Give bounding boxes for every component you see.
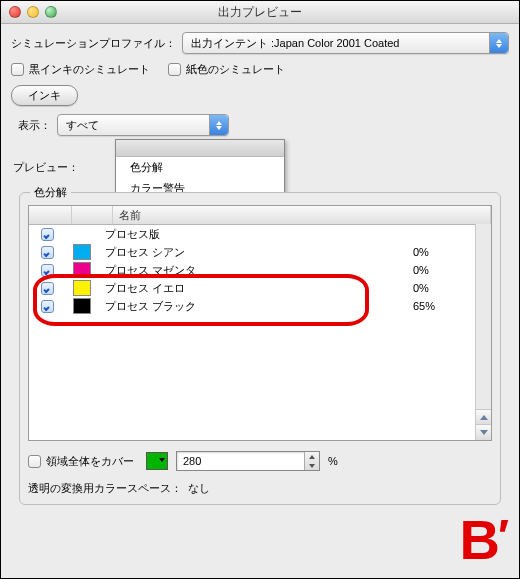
chevron-up-down-icon bbox=[209, 115, 228, 135]
plate-name: プロセス マゼンタ bbox=[99, 263, 413, 278]
transparency-value: なし bbox=[188, 482, 210, 494]
table-row[interactable]: プロセス シアン 0% bbox=[29, 243, 491, 261]
checkbox-icon bbox=[168, 63, 181, 76]
ink-button[interactable]: インキ bbox=[11, 85, 78, 106]
preview-label: プレビュー： bbox=[13, 160, 79, 175]
table-header: 名前 bbox=[29, 206, 491, 225]
menu-item-separation[interactable]: 色分解 bbox=[116, 157, 284, 178]
simulate-black-ink-checkbox[interactable]: 黒インキのシミュレート bbox=[11, 62, 150, 77]
minimize-icon[interactable] bbox=[27, 6, 39, 18]
total-coverage-label: 領域全体をカバー bbox=[46, 454, 134, 469]
plate-name: プロセス イエロ bbox=[99, 281, 413, 296]
titlebar: 出力プレビュー bbox=[1, 1, 519, 24]
simulate-black-label: 黒インキのシミュレート bbox=[29, 62, 150, 77]
coverage-value-field[interactable]: 280 bbox=[176, 451, 320, 471]
col-swatch bbox=[72, 206, 113, 224]
col-name: 名前 bbox=[113, 206, 491, 224]
table-row[interactable]: プロセス ブラック 65% bbox=[29, 297, 491, 315]
separation-group: 色分解 名前 プロセス版 プロセス シアン 0% bbox=[19, 192, 501, 505]
plate-name: プロセス シアン bbox=[99, 245, 413, 260]
output-preview-window: 出力プレビュー シミュレーションプロファイル： 出力インテント :Japan C… bbox=[0, 0, 520, 579]
transparency-label: 透明の変換用カラースペース： bbox=[28, 482, 182, 494]
table-row[interactable]: プロセス版 bbox=[29, 225, 491, 243]
scroll-up-icon[interactable] bbox=[476, 409, 491, 425]
check-icon[interactable] bbox=[41, 282, 54, 295]
window-title: 出力プレビュー bbox=[1, 4, 519, 21]
checkbox-icon bbox=[28, 455, 41, 468]
check-icon[interactable] bbox=[41, 264, 54, 277]
simulation-profile-value: 出力インテント :Japan Color 2001 Coated bbox=[191, 36, 399, 51]
coverage-color-swatch[interactable] bbox=[146, 452, 168, 470]
coverage-value: 280 bbox=[183, 455, 201, 467]
simulation-profile-select[interactable]: 出力インテント :Japan Color 2001 Coated bbox=[182, 32, 509, 54]
show-select[interactable]: すべて bbox=[57, 114, 229, 136]
plate-name: プロセス版 bbox=[99, 227, 413, 242]
menu-header bbox=[116, 140, 284, 157]
check-icon[interactable] bbox=[41, 228, 54, 241]
checkbox-icon bbox=[11, 63, 24, 76]
stepper-icon[interactable] bbox=[304, 452, 319, 470]
check-icon[interactable] bbox=[41, 246, 54, 259]
swatch-magenta bbox=[73, 262, 91, 278]
window-controls bbox=[1, 6, 57, 18]
swatch-yellow bbox=[73, 280, 91, 296]
simulation-profile-label: シミュレーションプロファイル： bbox=[11, 36, 176, 51]
col-checkbox bbox=[29, 206, 72, 224]
simulate-paper-checkbox[interactable]: 紙色のシミュレート bbox=[168, 62, 285, 77]
table-row[interactable]: プロセス イエロ 0% bbox=[29, 279, 491, 297]
check-icon[interactable] bbox=[41, 300, 54, 313]
plate-name: プロセス ブラック bbox=[99, 299, 413, 314]
preview-menu: 色分解 カラー警告 bbox=[115, 139, 285, 200]
total-coverage-checkbox[interactable]: 領域全体をカバー bbox=[28, 454, 134, 469]
swatch-black bbox=[73, 298, 91, 314]
coverage-unit: % bbox=[328, 455, 338, 467]
zoom-icon[interactable] bbox=[45, 6, 57, 18]
vertical-scrollbar[interactable] bbox=[475, 224, 491, 440]
scroll-down-icon[interactable] bbox=[476, 424, 491, 440]
separation-table: 名前 プロセス版 プロセス シアン 0% プロセス マゼ bbox=[28, 205, 492, 441]
show-label: 表示： bbox=[11, 118, 51, 133]
simulate-paper-label: 紙色のシミュレート bbox=[186, 62, 285, 77]
show-value: すべて bbox=[66, 118, 99, 133]
group-title: 色分解 bbox=[30, 185, 71, 200]
table-row[interactable]: プロセス マゼンタ 0% bbox=[29, 261, 491, 279]
close-icon[interactable] bbox=[9, 6, 21, 18]
badge-b-prime: B′ bbox=[460, 507, 507, 572]
chevron-up-down-icon bbox=[489, 33, 508, 53]
swatch-cyan bbox=[73, 244, 91, 260]
